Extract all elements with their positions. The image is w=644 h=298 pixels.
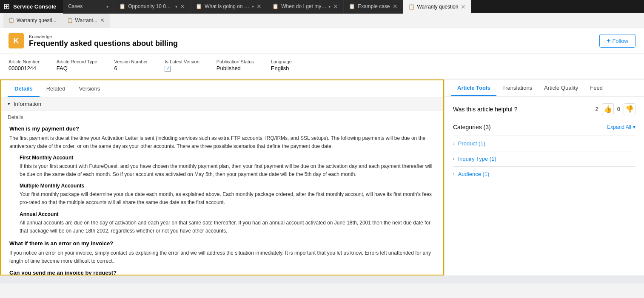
tab-details[interactable]: Details bbox=[8, 80, 40, 97]
content-layout: Details Related Versions ▾ Information D… bbox=[0, 79, 644, 275]
sub-tab-bar: 📋 Warranty questi... 📋 Warrant... ✕ bbox=[0, 13, 644, 28]
category-chevron-audience: › bbox=[453, 171, 455, 176]
right-panel: Article Tools Translations Article Quali… bbox=[444, 79, 644, 275]
tab-translations[interactable]: Translations bbox=[496, 79, 538, 96]
publication-status-value: Published bbox=[217, 65, 241, 71]
article-number-value: 000001244 bbox=[9, 65, 36, 71]
record-type-label: Article Record Type bbox=[57, 59, 97, 64]
article-header-left: K Knowledge Frequently asked questions a… bbox=[9, 33, 178, 48]
sub-tab-icon-warrant: 📋 bbox=[67, 17, 73, 23]
article-meta: Article Number 000001244 Article Record … bbox=[0, 54, 644, 79]
version-number-value: 6 bbox=[114, 65, 117, 71]
tab-bar: Cases ▾ 📋 Opportunity 10 000... ▾ ✕ 📋 Wh… bbox=[63, 0, 641, 14]
tab-article-tools[interactable]: Article Tools bbox=[451, 79, 496, 96]
article-title: Frequently asked questions about billing bbox=[29, 39, 178, 48]
tab-when-do-i-get[interactable]: 📋 When do I get my p... ▾ ✕ bbox=[267, 0, 344, 14]
knowledge-label: Knowledge bbox=[29, 34, 178, 39]
category-label-audience: Audience (1) bbox=[458, 171, 490, 177]
meta-publication-status: Publication Status Published bbox=[217, 59, 254, 72]
tab-example-case[interactable]: 📋 Example case ✕ bbox=[344, 0, 403, 14]
tab-close-warranty-question[interactable]: ✕ bbox=[461, 4, 466, 10]
follow-label: Follow bbox=[612, 38, 628, 44]
sub2-body: Your first monthly package will determin… bbox=[20, 190, 435, 207]
tab-label-example-case: Example case bbox=[358, 3, 390, 9]
sub-tab-container: 📋 Warranty questi... 📋 Warrant... ✕ bbox=[3, 13, 110, 28]
tab-chevron-opportunity: ▾ bbox=[175, 4, 177, 9]
meta-version-number: Version Number 6 bbox=[114, 59, 148, 72]
tab-label-whats-going-on: What is going on wi... bbox=[205, 3, 250, 9]
article-content: When is my payment due? The first paymen… bbox=[1, 122, 443, 275]
sub-tab-label-warrant: Warrant... bbox=[75, 17, 97, 23]
sub-tab-warranty-questi[interactable]: 📋 Warranty questi... bbox=[3, 13, 62, 28]
top-nav: ⊞ Service Console Cases ▾ 📋 Opportunity … bbox=[0, 0, 644, 13]
sub-tab-label-warranty-questi: Warranty questi... bbox=[17, 17, 57, 23]
follow-button[interactable]: + Follow bbox=[599, 34, 635, 48]
category-label-product: Product (1) bbox=[458, 140, 485, 147]
tab-versions[interactable]: Versions bbox=[72, 80, 107, 97]
tab-icon-opportunity: 📋 bbox=[119, 3, 125, 9]
sub-tab-warrant[interactable]: 📋 Warrant... ✕ bbox=[62, 13, 110, 28]
thumbs-up-count: 2 bbox=[596, 106, 598, 112]
q3-title: Can you send me an invoice by request? bbox=[9, 270, 435, 275]
tab-cases[interactable]: Cases ▾ bbox=[63, 0, 114, 14]
sub3-title: Annual Account bbox=[20, 211, 435, 217]
knowledge-icon-inner: K bbox=[14, 37, 19, 45]
knowledge-icon: K bbox=[9, 33, 24, 48]
sub2-title: Multiple Monthly Accounts bbox=[20, 183, 435, 189]
right-panel-tabs: Article Tools Translations Article Quali… bbox=[445, 79, 644, 96]
record-type-value: FAQ bbox=[57, 65, 68, 71]
language-label: Language bbox=[271, 59, 292, 64]
tab-feed[interactable]: Feed bbox=[584, 79, 609, 96]
is-latest-version-label: Is Latest Version bbox=[165, 59, 199, 64]
is-latest-version-checkbox: ✓ bbox=[165, 66, 171, 72]
main-content: K Knowledge Frequently asked questions a… bbox=[0, 28, 644, 284]
article-header: K Knowledge Frequently asked questions a… bbox=[0, 28, 644, 54]
thumbs-up-button[interactable]: 👍 bbox=[602, 103, 614, 115]
thumbs-down-button[interactable]: 👎 bbox=[624, 103, 635, 115]
tab-close-opportunity[interactable]: ✕ bbox=[180, 3, 185, 9]
tab-chevron-cases: ▾ bbox=[106, 4, 108, 9]
tab-icon-when-do-i-get: 📋 bbox=[272, 3, 279, 9]
tab-label-opportunity: Opportunity 10 000... bbox=[128, 3, 174, 9]
expand-all-button[interactable]: Expand All ▾ bbox=[607, 124, 635, 130]
tab-opportunity[interactable]: 📋 Opportunity 10 000... ▾ ✕ bbox=[114, 0, 191, 14]
meta-is-latest-version: Is Latest Version ✓ bbox=[165, 59, 199, 72]
meta-article-number: Article Number 000001244 bbox=[9, 59, 40, 72]
follow-plus-icon: + bbox=[607, 37, 610, 45]
tab-chevron-when-do-i-get: ▾ bbox=[328, 4, 331, 9]
tab-close-example-case[interactable]: ✕ bbox=[393, 3, 398, 9]
app-launcher-icon[interactable]: ⊞ bbox=[3, 2, 10, 11]
tab-label-warranty-question: Warranty question bbox=[417, 4, 459, 10]
q2-title: What if there is an error on my invoice? bbox=[9, 240, 435, 247]
left-panel: Details Related Versions ▾ Information D… bbox=[0, 79, 444, 275]
details-label: Details bbox=[1, 111, 443, 122]
helpful-row: Was this article helpful ? 2 👍 0 👎 bbox=[453, 103, 635, 115]
article-number-label: Article Number bbox=[9, 59, 40, 64]
thumbs-down-count: 0 bbox=[617, 106, 620, 112]
tab-icon-warranty-question: 📋 bbox=[408, 4, 415, 10]
tab-related[interactable]: Related bbox=[40, 80, 72, 97]
sub-tab-close-warrant[interactable]: ✕ bbox=[100, 17, 105, 23]
tab-whats-going-on[interactable]: 📋 What is going on wi... ▾ ✕ bbox=[191, 0, 267, 14]
information-section-header[interactable]: ▾ Information bbox=[1, 97, 443, 111]
category-chevron-inquiry-type: › bbox=[453, 156, 455, 161]
helpful-votes: 2 👍 0 👎 bbox=[596, 103, 635, 115]
category-inquiry-type[interactable]: › Inquiry Type (1) bbox=[453, 151, 635, 166]
category-audience[interactable]: › Audience (1) bbox=[453, 166, 635, 182]
helpful-label: Was this article helpful ? bbox=[453, 106, 517, 113]
tab-close-when-do-i-get[interactable]: ✕ bbox=[333, 3, 338, 9]
tab-icon-example-case: 📋 bbox=[349, 3, 355, 9]
categories-title: Categories (3) bbox=[453, 124, 491, 131]
q2-body: If you notice an error on your invoice, … bbox=[9, 249, 435, 265]
category-product[interactable]: › Product (1) bbox=[453, 136, 635, 151]
tab-article-quality[interactable]: Article Quality bbox=[538, 79, 584, 96]
right-panel-body: Was this article helpful ? 2 👍 0 👎 Categ… bbox=[445, 96, 644, 188]
article-header-text: Knowledge Frequently asked questions abo… bbox=[29, 34, 178, 48]
tab-close-whats-going-on[interactable]: ✕ bbox=[256, 3, 262, 9]
tab-warranty-question[interactable]: 📋 Warranty question ✕ bbox=[403, 0, 472, 14]
q1-body: The first payment is due at the time you… bbox=[9, 134, 435, 150]
app-name: Service Console bbox=[13, 3, 56, 10]
category-label-inquiry-type: Inquiry Type (1) bbox=[458, 156, 496, 162]
category-chevron-product: › bbox=[453, 141, 455, 146]
categories-header: Categories (3) Expand All ▾ bbox=[453, 124, 635, 131]
